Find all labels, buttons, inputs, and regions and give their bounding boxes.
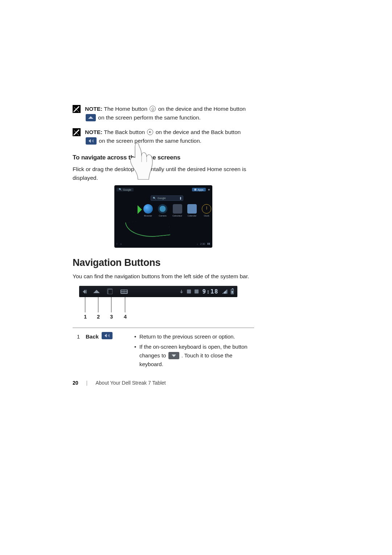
- calculator-icon: [173, 204, 182, 214]
- system-bar-illustration: 9:18: [79, 286, 237, 297]
- figure-system-bar: 9:18 1 2 3 4: [79, 286, 237, 321]
- row-label: Back: [86, 332, 126, 370]
- signal-icon: [222, 289, 227, 294]
- tablet-search-pill: 🔍 Google: [117, 188, 134, 191]
- note-back-text: NOTE: The Back button on the device and …: [85, 128, 254, 145]
- status-icon: [187, 289, 191, 293]
- heading-navigation-buttons: Navigation Buttons: [73, 257, 254, 268]
- heading-navigate-home: To navigate across the Home screens: [73, 154, 254, 161]
- row-description: Return to the previous screen or option.…: [131, 332, 254, 370]
- nav-button-table: 1 Back Return to the previous screen or …: [73, 332, 254, 370]
- callout-lines: 1 2 3 4: [79, 297, 237, 321]
- camera-icon: [158, 204, 167, 214]
- browser-icon: [143, 204, 153, 214]
- clock-icon: [202, 204, 211, 214]
- list-item: Return to the previous screen or option.: [136, 332, 254, 341]
- page-number: 20: [73, 380, 78, 386]
- back-onscreen-icon: [102, 332, 113, 339]
- back-onscreen-icon: [86, 137, 97, 145]
- row-index: 1: [73, 332, 80, 370]
- note-icon: [73, 128, 81, 136]
- battery-icon: [231, 289, 234, 294]
- footer-divider: |: [86, 380, 88, 386]
- sysbar-home-icon: [93, 290, 100, 293]
- sysbar-recent-icon: [108, 289, 113, 294]
- mic-icon: [180, 197, 181, 200]
- home-onscreen-icon: [86, 114, 96, 121]
- tablet-app-row: Browser Camera Calculator Calendar Clock: [138, 204, 207, 219]
- note-home-text: NOTE: The Home button on the device and …: [85, 105, 254, 122]
- note-home: NOTE: The Home button on the device and …: [73, 105, 254, 122]
- sysbar-home-icon: ⌂: [120, 243, 122, 245]
- body-navigation-buttons: You can find the navigation buttons from…: [73, 272, 254, 281]
- note-back: NOTE: The Back button on the device and …: [73, 128, 254, 145]
- sysbar-clock: 9:18: [202, 288, 219, 295]
- tablet-add-icon: +: [208, 188, 210, 192]
- sysbar-keyboard-icon: [121, 289, 128, 294]
- sysbar-back-icon: [83, 289, 85, 294]
- footer-section-title: About Your Dell Streak 7 Tablet: [95, 380, 166, 386]
- page-footer: 20 | About Your Dell Streak 7 Tablet: [73, 380, 166, 386]
- note-icon: [73, 105, 81, 113]
- status-icon: [195, 289, 199, 293]
- home-hardware-icon: [150, 106, 156, 112]
- download-icon: [180, 290, 183, 293]
- sysbar-back-icon: ‹: [117, 243, 117, 245]
- calendar-icon: [187, 204, 197, 214]
- tablet-illustration: 🔍 Google ▦ Apps + 🔍 Google Browser Camer…: [114, 185, 212, 248]
- swipe-trail: [125, 218, 170, 240]
- body-navigate-home: Flick or drag the desktop horizontally u…: [73, 165, 254, 182]
- figure-swipe-home: 🔍 Google ▦ Apps + 🔍 Google Browser Camer…: [114, 185, 212, 248]
- tablet-search-widget: 🔍 Google: [151, 195, 183, 201]
- page-content: NOTE: The Home button on the device and …: [73, 105, 254, 370]
- table-divider: [73, 328, 254, 328]
- close-keyboard-icon: [168, 352, 179, 359]
- tablet-apps-pill: ▦ Apps: [192, 188, 206, 191]
- back-hardware-icon: [147, 129, 153, 135]
- list-item: If the on-screen keyboard is open, the b…: [136, 343, 254, 369]
